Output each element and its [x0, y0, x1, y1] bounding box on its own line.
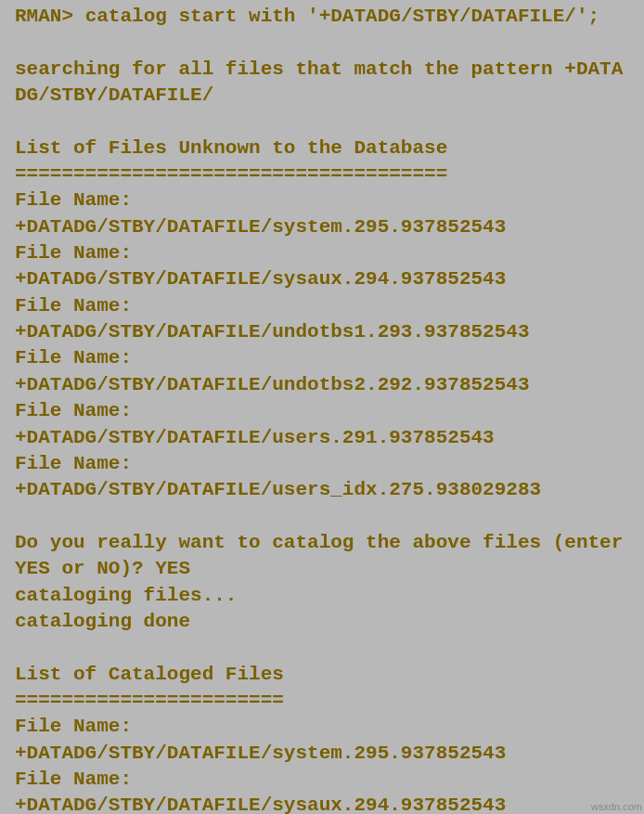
file-path: +DATADG/STBY/DATAFILE/users.291.93785254… — [15, 427, 495, 448]
rman-prompt: RMAN> — [15, 6, 73, 27]
file-path: +DATADG/STBY/DATAFILE/system.295.9378525… — [15, 216, 506, 238]
file-name-label: File Name: — [15, 347, 132, 368]
file-name-label: File Name: — [15, 716, 132, 737]
watermark: wsxdn.com — [591, 801, 642, 812]
confirm-answer[interactable]: YES — [155, 558, 190, 579]
file-path: +DATADG/STBY/DATAFILE/system.295.9378525… — [15, 743, 506, 764]
cataloged-files-header: List of Cataloged Files — [15, 664, 284, 685]
terminal-output: RMAN> catalog start with '+DATADG/STBY/D… — [0, 0, 644, 814]
file-name-label: File Name: — [15, 242, 132, 264]
file-path: +DATADG/STBY/DATAFILE/undotbs2.292.93785… — [15, 374, 530, 395]
file-name-label: File Name: — [15, 295, 132, 317]
file-path: +DATADG/STBY/DATAFILE/users_idx.275.9380… — [15, 479, 541, 500]
divider: ===================================== — [15, 163, 447, 185]
cataloging-done: cataloging done — [15, 611, 190, 632]
search-message: searching for all files that match the p… — [15, 58, 623, 106]
file-name-label: File Name: — [15, 453, 132, 474]
unknown-files-header: List of Files Unknown to the Database — [15, 137, 447, 159]
rman-command: catalog start with '+DATADG/STBY/DATAFIL… — [85, 6, 600, 27]
file-name-label: File Name: — [15, 189, 132, 211]
file-path: +DATADG/STBY/DATAFILE/sysaux.294.9378525… — [15, 268, 506, 290]
file-name-label: File Name: — [15, 400, 132, 421]
file-name-label: File Name: — [15, 769, 132, 790]
file-path: +DATADG/STBY/DATAFILE/sysaux.294.9378525… — [15, 795, 506, 814]
confirm-prompt: Do you really want to catalog the above … — [15, 532, 635, 579]
file-path: +DATADG/STBY/DATAFILE/undotbs1.293.93785… — [15, 321, 530, 342]
cataloging-progress: cataloging files... — [15, 585, 237, 606]
divider: ======================= — [15, 690, 284, 711]
